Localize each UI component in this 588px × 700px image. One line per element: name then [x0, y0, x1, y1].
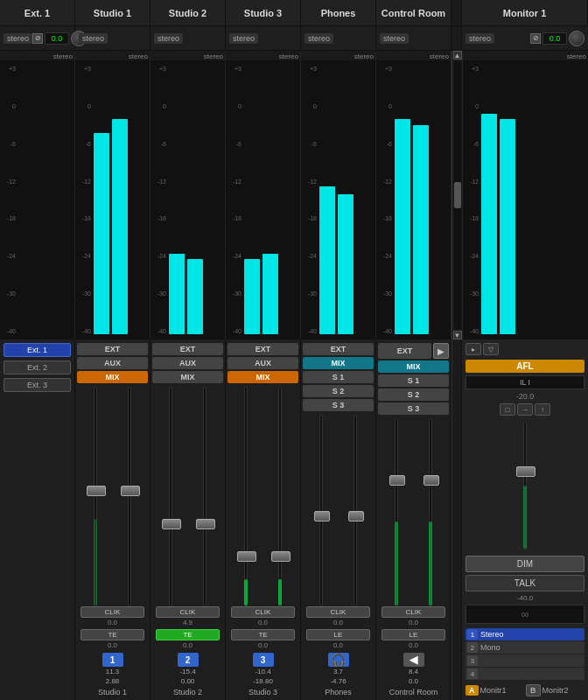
studio2-clik-btn[interactable]: CLIK [156, 606, 220, 618]
monitor1-mini-btn1[interactable]: □ [500, 403, 515, 416]
phones-s2-btn[interactable]: S 2 [303, 385, 374, 397]
studio1-num-btn[interactable]: 1 [102, 653, 123, 667]
monitor1-meter-bars [480, 62, 586, 338]
studio1-ext-btn[interactable]: EXT [77, 343, 148, 355]
meters-scrollbar[interactable]: ▲ ▼ [452, 51, 462, 340]
control-s1-btn[interactable]: S 1 [378, 374, 449, 387]
monitor1-vol-value[interactable]: 0.0 [542, 32, 567, 45]
phones-fader-handle[interactable] [314, 511, 330, 522]
monitor1-mini-btn2[interactable]: → [517, 403, 533, 416]
phones-clik-btn[interactable]: CLIK [306, 606, 370, 618]
phones-mix-btn[interactable]: MIX [303, 357, 374, 369]
ext1-vol-value[interactable]: 0.0 [45, 32, 69, 45]
monitor-select-3[interactable]: 3 [466, 654, 584, 667]
studio1-aux-btn[interactable]: AUX [77, 357, 148, 369]
studio1-fader-handle2[interactable] [121, 486, 140, 496]
monitor1-meter-body: +3 0 -6 -12 -18 -24 -30 -40 [463, 60, 588, 340]
studio3-fader-handle[interactable] [237, 551, 256, 562]
studio3-mix-btn[interactable]: MIX [228, 371, 298, 383]
studio3-fader-track2[interactable] [278, 387, 282, 606]
control-s2-btn[interactable]: S 2 [378, 388, 449, 401]
monitor-select-mono[interactable]: 2 Mono [466, 641, 584, 654]
studio1-bar-l [94, 133, 109, 334]
studio2-ext-btn[interactable]: EXT [152, 343, 223, 355]
monitor1-mini-btn3[interactable]: ↑ [535, 403, 550, 416]
phones-fader-handle2[interactable] [348, 511, 364, 522]
studio1-fader-handle[interactable] [87, 486, 106, 496]
phones-num-btn[interactable]: 🎧 [328, 653, 349, 667]
phones-le-btn[interactable]: LE [306, 629, 370, 640]
studio1-mix-btn[interactable]: MIX [77, 371, 148, 383]
control-fader-handle[interactable] [389, 475, 405, 486]
monitor1-fader-handle[interactable] [516, 466, 536, 477]
studio2-fader-track[interactable] [169, 387, 172, 606]
studio1-clik-btn[interactable]: CLIK [80, 606, 144, 618]
studio2-num-btn[interactable]: 2 [178, 653, 199, 667]
dim-button[interactable]: DIM [466, 556, 584, 572]
control-fader-track2[interactable] [429, 418, 432, 606]
studio2-fader-track2[interactable] [203, 387, 206, 606]
phones-clik-val: 0.0 [333, 619, 343, 626]
studio3-fader-track[interactable] [244, 387, 248, 606]
control-mute-btn[interactable]: ◀ [403, 653, 424, 667]
studio2-values: -15.4 0.00 [179, 668, 195, 686]
scroll-up-arrow[interactable]: ▲ [453, 51, 462, 60]
studio2-aux-btn[interactable]: AUX [152, 357, 223, 369]
control-play-btn[interactable]: ▶ [433, 343, 449, 359]
phones-s3-btn[interactable]: S 3 [303, 399, 374, 411]
monitor1-arrow-btn[interactable]: ▸ [466, 343, 481, 355]
studio1-te-val: 0.0 [108, 641, 117, 649]
studio1-fader-track[interactable] [94, 387, 97, 606]
inf-button[interactable]: ∞ [466, 605, 584, 624]
studio3-clik-btn[interactable]: CLIK [231, 606, 295, 618]
header-row: Ext. 1 Studio 1 Studio 2 Studio 3 Phones… [0, 0, 588, 26]
talk-button[interactable]: TALK [466, 575, 584, 592]
studio2-te-btn[interactable]: TE [156, 629, 220, 640]
studio3-bottom: 3 -10.4 -18.80 Studio 3 [228, 653, 298, 696]
monitor1-triangle-btn[interactable]: ▽ [483, 343, 499, 355]
phones-fader-area [303, 415, 374, 606]
studio1-fader-track2[interactable] [128, 387, 131, 606]
studio3-fader-handle2[interactable] [271, 551, 290, 562]
ext2-selector[interactable]: Ext. 2 [4, 360, 71, 374]
ext1-strip: Ext. 1 Ext. 2 Ext. 3 [0, 340, 75, 700]
meters-channels: stereo +3 0 -6 -12 -18 -24 -30 -40 [0, 51, 452, 340]
studio1-te-btn[interactable]: TE [80, 629, 144, 640]
control-s3-btn[interactable]: S 3 [378, 402, 449, 415]
ext1-selector[interactable]: Ext. 1 [4, 343, 71, 357]
studio3-ext-btn[interactable]: EXT [228, 343, 298, 355]
phones-ext-btn[interactable]: EXT [303, 343, 374, 355]
control-le-btn[interactable]: LE [382, 629, 445, 640]
scroll-track[interactable] [454, 61, 461, 329]
monitor1-stereo-knob[interactable] [569, 31, 584, 46]
studio3-te-btn[interactable]: TE [231, 629, 295, 640]
control-ext-btn[interactable]: EXT [378, 343, 431, 359]
scroll-down-arrow[interactable]: ▼ [453, 331, 462, 340]
monitor-output-a-row: A Monitr1 [466, 684, 524, 696]
control-clik-btn[interactable]: CLIK [382, 606, 445, 618]
control-fader-track[interactable] [395, 418, 398, 606]
monitor-num-4: 4 [467, 668, 478, 679]
phones-fader-track[interactable] [319, 415, 323, 606]
phones-fader-track2[interactable] [354, 415, 357, 606]
control-bar-r [413, 125, 429, 334]
studio1-buttons: EXT AUX MIX [77, 343, 148, 383]
output-a-btn[interactable]: A [466, 685, 479, 696]
monitor-select-stereo[interactable]: 1 Stereo [466, 628, 584, 640]
monitor-select-4[interactable]: 4 [466, 668, 584, 680]
studio3-num-btn[interactable]: 3 [253, 653, 274, 667]
monitor1-fader-track[interactable] [523, 422, 527, 550]
control-mix-btn[interactable]: MIX [378, 360, 449, 373]
studio2-bottom: 2 -15.4 0.00 Studio 2 [152, 653, 223, 696]
studio3-aux-btn[interactable]: AUX [228, 357, 298, 369]
scroll-thumb[interactable] [454, 182, 461, 208]
control-fader-handle2[interactable] [424, 475, 439, 486]
output-b-btn[interactable]: B [526, 684, 541, 696]
ext3-selector[interactable]: Ext. 3 [4, 378, 71, 392]
studio2-mix-btn[interactable]: MIX [152, 371, 223, 383]
studio2-fader-handle[interactable] [162, 519, 181, 529]
channels-scroll-spacer [452, 340, 462, 700]
studio2-fader-handle2[interactable] [196, 519, 215, 529]
afl-button[interactable]: AFL [466, 360, 584, 373]
phones-s1-btn[interactable]: S 1 [303, 371, 374, 383]
